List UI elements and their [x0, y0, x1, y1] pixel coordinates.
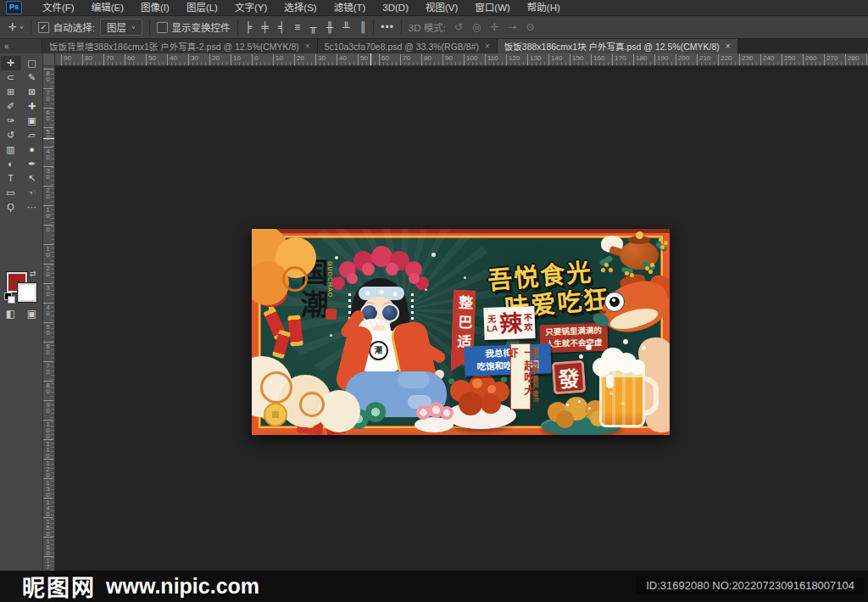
ruler-label: 1 0 — [42, 244, 53, 258]
tab-title: 饭饭背景墙388x186cmx1张 户外写真-2.psd @ 12.5%(CMY… — [49, 40, 299, 53]
ruler-label: 50 — [146, 54, 156, 65]
crop-tool[interactable]: ⊞ — [1, 85, 21, 99]
ruler-label: 5 0 — [42, 127, 53, 141]
spicy-big-char: 辣 — [499, 311, 523, 335]
tab-close-icon[interactable]: × — [485, 42, 490, 51]
align-top-icon[interactable]: ╥ — [309, 21, 317, 33]
ruler-label: 20 — [294, 54, 304, 65]
distribute-h-icon[interactable]: ║ — [359, 21, 367, 33]
document-tab[interactable]: 5c10a3cfa70e8.psd @ 33.3%(RGB/8#)× — [318, 39, 498, 53]
menu-item[interactable]: 视图(V) — [417, 0, 466, 15]
more-options-icon[interactable]: ••• — [381, 21, 394, 33]
menu-item[interactable]: 图像(I) — [132, 0, 178, 15]
menu-item[interactable]: 编辑(E) — [83, 0, 132, 15]
menu-item[interactable]: 文字(Y) — [226, 0, 275, 15]
blur-tool[interactable]: ● — [22, 142, 42, 157]
document-canvas[interactable]: 国潮 GUOCHAO — [252, 229, 670, 435]
quick-mask-icon[interactable]: ◧ — [6, 308, 15, 320]
ruler-label: 1 6 0 — [42, 537, 53, 556]
ruler-label: 150 — [570, 54, 583, 65]
zoom-tool[interactable]: Ϙ — [1, 200, 21, 215]
clone-stamp-tool[interactable]: ▣ — [22, 114, 42, 128]
ruler-label: 260 — [803, 54, 816, 65]
menu-item[interactable]: 文件(F) — [34, 0, 83, 15]
tabs: 饭饭背景墙388x186cmx1张 户外写真-2.psd @ 12.5%(CMY… — [42, 39, 738, 53]
ruler-label: 160 — [591, 54, 604, 65]
ruler-label: 1 2 0 — [42, 459, 53, 478]
3d-orbit-icon: ↺ — [454, 21, 463, 33]
rectangle-tool[interactable]: ▭ — [1, 186, 21, 200]
menu-item[interactable]: 选择(S) — [275, 0, 325, 15]
auto-select-value: 图层 — [107, 20, 126, 34]
align-right-icon[interactable]: ╡ — [278, 21, 286, 33]
menu-item[interactable]: 窗口(W) — [466, 0, 519, 15]
collapse-panel-icon[interactable]: « — [0, 39, 42, 53]
gradient-tool[interactable]: ▥ — [1, 142, 21, 157]
ruler-label: 10 — [273, 54, 283, 65]
lasso-tool[interactable]: ⊂ — [1, 70, 21, 85]
ruler-label: 230 — [739, 54, 753, 65]
vertical-ruler[interactable]: 8 07 06 05 04 03 02 01 001 02 03 04 05 0… — [42, 65, 55, 602]
edit-toolbar[interactable]: ⋯ — [22, 200, 42, 215]
menu-bar: Ps 文件(F)编辑(E)图像(I)图层(L)文字(Y)选择(S)滤镜(T)3D… — [0, 0, 868, 16]
eraser-tool[interactable]: ▱ — [22, 128, 42, 142]
ruler-label: 60 — [125, 54, 135, 65]
move-tool[interactable]: ✛ — [1, 56, 21, 70]
ruler-label: 2 0 — [42, 264, 53, 277]
tab-close-icon[interactable]: × — [305, 42, 310, 51]
background-color-swatch[interactable] — [18, 283, 36, 302]
auto-select-checkbox[interactable]: ✓ — [38, 22, 49, 33]
ruler-label: 1 5 0 — [42, 517, 53, 537]
ruler-label: 7 0 — [42, 88, 53, 102]
align-icons: ╞╪╡≡╥╫╨║ — [245, 21, 367, 33]
path-selection-tool[interactable]: ↖ — [22, 171, 42, 186]
type-tool[interactable]: T — [1, 171, 21, 186]
quick-selection-tool[interactable]: ✎ — [22, 70, 42, 85]
watermark-site-url: www.nipic.com — [106, 574, 259, 599]
tools-grid: ✛▢⊂✎⊞⊠✐✚✑▣↺▱▥●◐✒T↖▭☜Ϙ⋯ — [0, 53, 42, 215]
slice-tool[interactable]: ⊠ — [22, 85, 42, 99]
document-tab[interactable]: 饭饭背景墙388x186cmx1张 户外写真-2.psd @ 12.5%(CMY… — [42, 39, 318, 53]
healing-brush-tool[interactable]: ✚ — [22, 99, 42, 114]
auto-select-option[interactable]: ✓ 自动选择: 图层 ˅ — [38, 19, 142, 36]
show-transform-label: 显示变换控件 — [172, 20, 231, 34]
ruler-label: 200 — [676, 54, 689, 65]
document-tab[interactable]: 饭饭388x186cmx1块 户外写真.psd @ 12.5%(CMYK/8)× — [498, 39, 738, 53]
menu-item[interactable]: 3D(D) — [374, 0, 417, 15]
chevron-down-icon: ˅ — [19, 24, 24, 31]
current-tool-button[interactable]: ✛ ˅ — [8, 21, 24, 33]
ruler-label: 90 — [61, 54, 71, 65]
brush-tool[interactable]: ✑ — [1, 114, 21, 128]
auto-select-label: 自动选择: — [53, 20, 95, 34]
ruler-label: 30 — [315, 54, 326, 65]
pen-tool[interactable]: ✒ — [22, 157, 42, 171]
menu-item[interactable]: 滤镜(T) — [326, 0, 375, 15]
watermark-band: 昵图网 www.nipic.com ID:31692080 NO:2022072… — [0, 571, 868, 602]
distribute-v-icon[interactable]: ≡ — [294, 21, 300, 33]
eyedropper-tool[interactable]: ✐ — [1, 99, 21, 114]
menu-item[interactable]: 图层(L) — [178, 0, 226, 15]
menu-bar-items: 文件(F)编辑(E)图像(I)图层(L)文字(Y)选择(S)滤镜(T)3D(D)… — [34, 0, 569, 15]
screen-mode-icon[interactable]: ▣ — [27, 308, 36, 320]
menu-item[interactable]: 帮助(H) — [519, 0, 569, 15]
document-tab-bar: « 饭饭背景墙388x186cmx1张 户外写真-2.psd @ 12.5%(C… — [0, 39, 868, 53]
move-tool-icon: ✛ — [8, 21, 17, 33]
history-brush-tool[interactable]: ↺ — [1, 128, 21, 142]
show-transform-checkbox[interactable] — [157, 22, 168, 33]
hand-tool[interactable]: ☜ — [22, 186, 42, 200]
align-bottom-icon[interactable]: ╨ — [342, 21, 350, 33]
marquee-tool[interactable]: ▢ — [22, 56, 42, 70]
ruler-label: 80 — [82, 54, 92, 65]
align-left-icon[interactable]: ╞ — [245, 21, 253, 33]
dodge-tool[interactable]: ◐ — [1, 157, 21, 171]
show-transform-option[interactable]: 显示变换控件 — [157, 20, 231, 34]
align-center-h-icon[interactable]: ╪ — [261, 21, 269, 33]
horizontal-ruler[interactable]: 9080706050403020100102030405060708090100… — [42, 53, 868, 66]
ruler-label: 1 4 0 — [42, 498, 53, 517]
swap-colors-icon[interactable]: ⇄ — [30, 270, 36, 278]
align-middle-icon[interactable]: ╫ — [326, 21, 334, 33]
ruler-label: 6 0 — [42, 342, 53, 355]
ruler-label: 40 — [337, 54, 347, 65]
tab-close-icon[interactable]: × — [726, 42, 731, 51]
auto-select-dropdown[interactable]: 图层 ˅ — [100, 19, 142, 36]
